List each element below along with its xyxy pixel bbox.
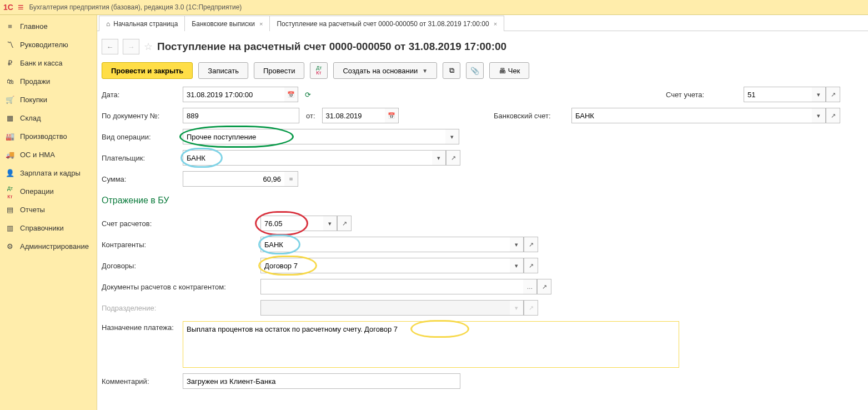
sidebar-item-production[interactable]: 🏭Производство [0, 127, 97, 146]
sidebar-label: Продажи [20, 77, 50, 86]
open-icon[interactable]: ↗ [446, 150, 460, 166]
close-icon[interactable]: × [494, 21, 497, 27]
tab-bank-statements[interactable]: Банковские выписки× [184, 16, 270, 31]
more-icon[interactable]: … [523, 279, 537, 294]
button-label: Чек [508, 67, 520, 75]
menu-icon[interactable]: ≡ [18, 2, 24, 13]
purpose-textarea[interactable] [183, 321, 679, 368]
sidebar-label: Зарплата и кадры [20, 169, 81, 177]
chevron-down-icon[interactable]: ▾ [812, 108, 826, 123]
factory-icon: 🏭 [6, 132, 14, 141]
settledoc-input[interactable] [260, 279, 523, 294]
app-logo-icon: 1C [3, 3, 13, 12]
chevron-down-icon[interactable]: ▾ [445, 129, 459, 144]
open-icon[interactable]: ↗ [537, 279, 551, 294]
open-icon: ↗ [524, 300, 538, 316]
sidebar-item-sales[interactable]: 🛍Продажи [0, 72, 97, 91]
structure-button[interactable]: ⧉ [443, 62, 460, 79]
tab-label: Поступление на расчетный счет 0000-00005… [277, 20, 489, 28]
sidebar-label: Справочники [20, 224, 64, 232]
counter-label: Контрагенты: [102, 241, 179, 249]
docnum-label: По документу №: [102, 112, 179, 120]
tab-document[interactable]: Поступление на расчетный счет 0000-00005… [269, 16, 504, 31]
bankacc-input[interactable] [571, 108, 812, 123]
post-and-close-button[interactable]: Провести и закрыть [102, 62, 193, 79]
counter-input[interactable] [260, 237, 510, 252]
tab-home[interactable]: ⌂Начальная страница [99, 16, 185, 31]
open-icon[interactable]: ↗ [524, 258, 538, 273]
payer-input[interactable] [183, 150, 432, 166]
optype-label: Вид операции: [102, 133, 179, 141]
docnum-input[interactable] [183, 108, 299, 123]
chevron-down-icon[interactable]: ▾ [812, 87, 826, 102]
sidebar-item-reports[interactable]: ▤Отчеты [0, 201, 97, 219]
nav-back-button[interactable]: ← [102, 39, 118, 54]
comment-label: Комментарий: [102, 377, 179, 386]
chevron-down-icon: ▼ [422, 68, 428, 74]
sidebar-item-main[interactable]: ≡Главное [0, 17, 97, 36]
date-input[interactable] [183, 87, 284, 102]
save-button[interactable]: Записать [198, 62, 248, 79]
close-icon[interactable]: × [259, 21, 263, 27]
app-title: Бухгалтерия предприятия (базовая), редак… [29, 3, 242, 11]
docfrom-label: от: [306, 112, 315, 120]
sidebar: ≡Главное 〽Руководителю ₽Банк и касса 🛍Пр… [0, 15, 97, 410]
bankacc-label: Банковский счет: [494, 112, 566, 120]
sidebar-item-purchases[interactable]: 🛒Покупки [0, 91, 97, 109]
chevron-down-icon[interactable]: ▾ [510, 258, 524, 273]
attach-button[interactable]: 📎 [466, 62, 484, 79]
sidebar-label: Банк и касса [20, 59, 63, 67]
settleacc-input[interactable] [260, 216, 323, 231]
title-bar: 1C ≡ Бухгалтерия предприятия (базовая), … [0, 0, 868, 15]
sum-label: Сумма: [102, 175, 179, 183]
tab-bar: ⌂Начальная страница Банковские выписки× … [97, 15, 868, 31]
contract-input[interactable] [260, 258, 510, 273]
calendar-icon[interactable]: 📅 [284, 87, 298, 102]
nav-forward-button[interactable]: → [123, 39, 139, 54]
chevron-down-icon[interactable]: ▾ [432, 150, 446, 166]
star-icon[interactable]: ☆ [144, 41, 153, 53]
books-icon: ▥ [6, 224, 14, 232]
sidebar-item-operations[interactable]: ДтКтОперации [0, 182, 97, 201]
docfrom-input[interactable] [322, 108, 385, 123]
sidebar-item-bank[interactable]: ₽Банк и касса [0, 54, 97, 72]
sidebar-item-admin[interactable]: ⚙Администрирование [0, 237, 97, 256]
printer-icon: 🖶 [499, 67, 506, 75]
tab-label: Начальная страница [113, 20, 178, 28]
open-icon[interactable]: ↗ [524, 237, 538, 252]
sidebar-item-catalogs[interactable]: ▥Справочники [0, 219, 97, 237]
calculator-icon[interactable]: ⌗ [284, 171, 298, 187]
date-label: Дата: [102, 91, 179, 99]
open-icon[interactable]: ↗ [337, 216, 352, 231]
sidebar-label: Главное [20, 22, 48, 31]
chart-icon: 〽 [6, 41, 14, 49]
chevron-down-icon[interactable]: ▾ [323, 216, 337, 231]
create-based-button[interactable]: Создать на основании▼ [333, 62, 437, 79]
open-icon[interactable]: ↗ [826, 87, 840, 102]
purpose-label: Назначение платежа: [102, 321, 179, 332]
contract-label: Договоры: [102, 262, 179, 270]
dtkt-button[interactable]: ДтКт [310, 62, 328, 79]
account-input[interactable] [744, 87, 812, 102]
open-icon[interactable]: ↗ [826, 108, 840, 123]
sidebar-label: Отчеты [20, 206, 45, 214]
comment-input[interactable] [183, 373, 460, 389]
calendar-icon[interactable]: 📅 [385, 108, 399, 123]
button-label: Создать на основании [343, 67, 418, 75]
dept-label: Подразделение: [102, 304, 179, 312]
person-icon: 👤 [6, 169, 14, 177]
sidebar-label: Склад [20, 114, 41, 122]
sidebar-label: ОС и НМА [20, 151, 55, 159]
chevron-down-icon: ▾ [510, 300, 524, 316]
chevron-down-icon[interactable]: ▾ [510, 237, 524, 252]
sidebar-item-os[interactable]: 🚚ОС и НМА [0, 146, 97, 164]
check-button[interactable]: 🖶 Чек [489, 62, 529, 79]
sidebar-item-hr[interactable]: 👤Зарплата и кадры [0, 164, 97, 182]
optype-input[interactable] [183, 129, 445, 144]
sidebar-item-warehouse[interactable]: ▦Склад [0, 109, 97, 127]
post-button[interactable]: Провести [254, 62, 305, 79]
sum-input[interactable] [183, 171, 284, 187]
settledoc-label: Документы расчетов с контрагентом: [102, 283, 257, 291]
sidebar-item-manager[interactable]: 〽Руководителю [0, 36, 97, 54]
refresh-icon[interactable]: ⟳ [305, 91, 311, 99]
